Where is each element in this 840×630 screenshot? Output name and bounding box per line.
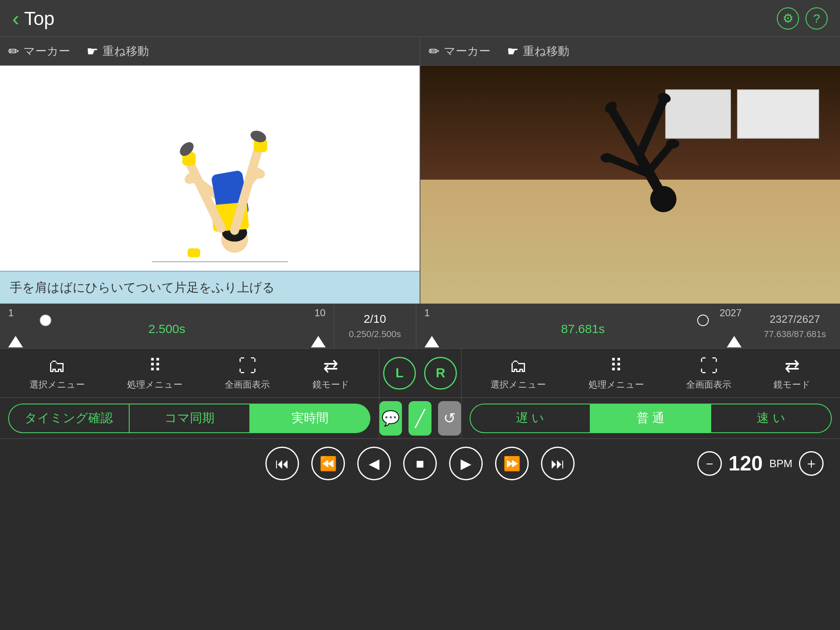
angle-button[interactable]: ╱	[409, 401, 431, 436]
r-label: R	[436, 365, 445, 381]
play-button[interactable]: ▶	[449, 447, 483, 480]
timeline-frame-count: 2327/2627	[770, 313, 820, 326]
grid-icon-right: ⠿	[609, 355, 623, 376]
skip-back-button[interactable]: ⏮	[265, 447, 299, 480]
move-tool-left[interactable]: ☛ 重ね移動	[87, 43, 149, 59]
process-menu-right[interactable]: ⠿ 処理メニュー	[589, 355, 644, 391]
process-menu-right-label: 処理メニュー	[589, 379, 644, 391]
skip-back-icon: ⏮	[275, 456, 289, 472]
r-button[interactable]: R	[424, 357, 457, 390]
left-arrow-start[interactable]	[8, 336, 23, 347]
person-silhouette	[567, 66, 731, 227]
gear-icon: ⚙	[783, 11, 794, 25]
bpm-label: BPM	[769, 457, 792, 470]
stop-button[interactable]: ■	[403, 447, 437, 480]
expand-icon-left: ⛶	[238, 356, 256, 376]
left-caption: 手を肩はばにひらいてついて片足をふり上げる	[0, 271, 420, 304]
header-right: ⚙ ?	[777, 7, 828, 30]
folder-icon-left: 🗂	[48, 356, 66, 376]
rewind-fast-icon: ⏪	[320, 455, 337, 472]
back-button[interactable]: ‹ Top	[12, 7, 55, 30]
toolbar-left: ✏ マーカー ☛ 重ね移動	[0, 37, 420, 65]
timeline-left-labels: 1 10	[8, 307, 326, 319]
header-title: Top	[24, 7, 55, 30]
gym-background	[420, 66, 840, 304]
loop-icon: ↺	[443, 410, 456, 427]
marker-label-right: マーカー	[444, 43, 491, 59]
speed-fast-btn[interactable]: 速 い	[711, 404, 832, 433]
select-menu-left[interactable]: 🗂 選択メニュー	[30, 356, 85, 391]
grid-icon-left: ⠿	[148, 355, 162, 376]
right-video-bg	[420, 66, 840, 304]
fullscreen-left-label: 全画面表示	[225, 379, 270, 391]
chat-button[interactable]: 💬	[379, 401, 402, 436]
timeline-left-thumb[interactable]	[40, 315, 51, 326]
skip-forward-icon: ⏭	[551, 456, 565, 472]
forward-fast-icon: ⏩	[503, 455, 520, 472]
realtime-btn[interactable]: 実時間	[250, 404, 371, 433]
timeline-sub-time: 77.638/87.681s	[764, 329, 826, 340]
fullscreen-left[interactable]: ⛶ 全画面表示	[225, 356, 270, 391]
bpm-control: － 120 BPM ＋	[697, 451, 824, 476]
marker-tool-left[interactable]: ✏ マーカー	[8, 43, 70, 59]
process-menu-left[interactable]: ⠿ 処理メニュー	[127, 355, 183, 391]
buttons-left: 🗂 選択メニュー ⠿ 処理メニュー ⛶ 全画面表示 ⇄ 鏡モード	[0, 349, 379, 397]
buttons-right: 🗂 選択メニュー ⠿ 処理メニュー ⛶ 全画面表示 ⇄ 鏡モード	[461, 349, 840, 397]
move-tool-right[interactable]: ☛ 重ね移動	[507, 43, 569, 59]
frame-sync-btn[interactable]: コマ同期	[130, 404, 250, 433]
rewind-fast-button[interactable]: ⏪	[311, 447, 345, 480]
timeline-right-thumb[interactable]	[697, 315, 709, 326]
timeline-right-time: 87.681s	[425, 322, 742, 336]
playback-row: ⏮ ⏪ ◀ ■ ▶ ⏩ ⏭ － 120 BPM ＋	[0, 439, 840, 488]
main-area: 手を肩はばにひらいてついて片足をふり上げる	[0, 66, 840, 304]
l-button[interactable]: L	[383, 357, 416, 390]
mirror-icon-right: ⇄	[785, 355, 800, 376]
select-menu-right[interactable]: 🗂 選択メニュー	[491, 356, 546, 391]
rewind-button[interactable]: ◀	[357, 447, 391, 480]
mirror-right[interactable]: ⇄ 鏡モード	[774, 355, 810, 391]
right-arrow-end[interactable]	[727, 336, 742, 347]
toolbar-right: ✏ マーカー ☛ 重ね移動	[420, 37, 840, 65]
move-icon-right: ☛	[507, 43, 519, 59]
timeline-right-info: 2327/2627 77.638/87.681s	[750, 304, 840, 348]
timeline-center-time: 0.250/2.500s	[349, 329, 401, 340]
move-icon-left: ☛	[87, 43, 98, 59]
forward-fast-button[interactable]: ⏩	[495, 447, 529, 480]
chat-icon: 💬	[381, 410, 400, 427]
timing-confirm-btn[interactable]: タイミング確認	[8, 404, 130, 433]
mirror-left[interactable]: ⇄ 鏡モード	[313, 355, 349, 391]
svg-point-23	[666, 139, 679, 149]
help-button[interactable]: ?	[806, 7, 828, 30]
left-arrow-end[interactable]	[311, 336, 326, 347]
timeline-right: 1 2027 87.681s	[416, 304, 750, 348]
move-label-left: 重ね移動	[103, 43, 149, 59]
speed-normal-btn[interactable]: 普 通	[591, 404, 711, 433]
caption-text: 手を肩はばにひらいてついて片足をふり上げる	[10, 281, 275, 294]
left-panel: 手を肩はばにひらいてついて片足をふり上げる	[0, 66, 420, 304]
process-menu-left-label: 処理メニュー	[127, 379, 183, 391]
mode-left: タイミング確認 コマ同期 実時間	[0, 398, 379, 438]
speed-slow-btn[interactable]: 遅 い	[470, 404, 591, 433]
timeline-left-start: 1	[8, 307, 14, 319]
bpm-plus-button[interactable]: ＋	[799, 451, 824, 476]
marker-tool-right[interactable]: ✏ マーカー	[429, 43, 491, 59]
settings-button[interactable]: ⚙	[777, 7, 799, 30]
chevron-left-icon: ‹	[12, 8, 19, 29]
l-label: L	[395, 365, 404, 381]
toolbar: ✏ マーカー ☛ 重ね移動 ✏ マーカー ☛ 重ね移動	[0, 37, 840, 66]
fullscreen-right[interactable]: ⛶ 全画面表示	[686, 356, 731, 391]
marker-label-left: マーカー	[23, 43, 70, 59]
mode-row: タイミング確認 コマ同期 実時間 💬 ╱ ↺ 遅 い 普 通 速 い	[0, 398, 840, 439]
right-panel	[420, 66, 840, 304]
move-label-right: 重ね移動	[523, 43, 569, 59]
buttons-center: L R	[379, 349, 461, 397]
loop-button[interactable]: ↺	[438, 401, 461, 436]
fullscreen-right-label: 全画面表示	[686, 379, 731, 391]
expand-icon-right: ⛶	[700, 356, 718, 376]
bpm-minus-button[interactable]: －	[697, 451, 722, 476]
minus-icon: －	[703, 454, 717, 473]
timeline-left: 1 10 2.500s	[0, 304, 334, 348]
mirror-icon-left: ⇄	[323, 355, 338, 376]
skip-forward-button[interactable]: ⏭	[541, 447, 575, 480]
right-arrow-start[interactable]	[425, 336, 439, 347]
